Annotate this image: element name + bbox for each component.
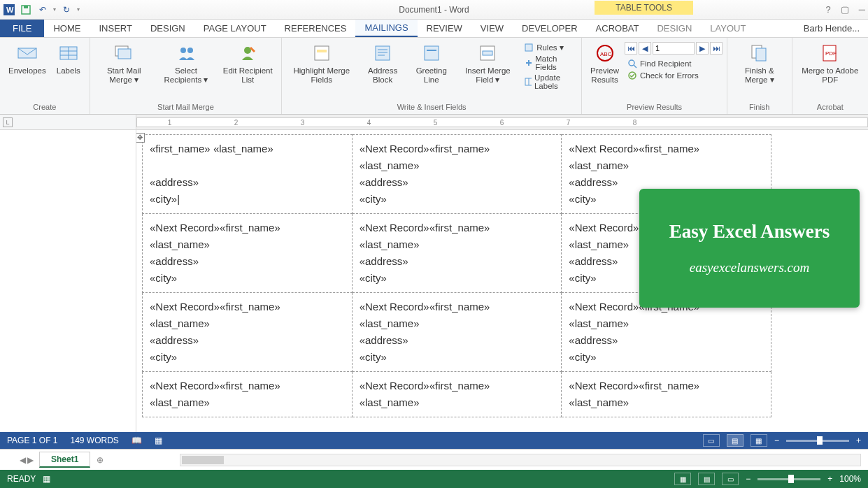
sheet-nav[interactable]: ◀▶: [14, 455, 39, 465]
tab-references[interactable]: REFERENCES: [276, 20, 356, 37]
svg-point-29: [629, 60, 634, 66]
zoom-slider[interactable]: [786, 440, 849, 442]
start-mail-merge-button[interactable]: Start Mail Merge ▾: [94, 41, 154, 86]
excel-page-break-button[interactable]: ▭: [722, 473, 739, 485]
find-recipient-button[interactable]: Find Recipient: [627, 58, 720, 69]
edit-recipient-list-button[interactable]: Edit Recipient List: [218, 41, 277, 86]
excel-page-layout-button[interactable]: ▤: [698, 473, 715, 485]
macro-record-icon[interactable]: ▦: [43, 474, 50, 484]
table-tools-label: TABLE TOOLS: [595, 1, 693, 15]
tab-page-layout[interactable]: PAGE LAYOUT: [194, 20, 276, 37]
highlight-merge-fields-button[interactable]: Highlight Merge Fields: [286, 41, 357, 86]
quick-access-toolbar: W ↶ ▾ ↻ ▾: [0, 3, 80, 16]
horizontal-ruler[interactable]: 12345678: [136, 115, 868, 129]
rules-button[interactable]: Rules ▾: [524, 42, 574, 53]
group-acrobat: PDFMerge to Adobe PDF Acrobat: [792, 38, 868, 114]
spell-check-icon[interactable]: 📖: [131, 436, 142, 445]
group-create: Envelopes Labels Create: [0, 38, 90, 114]
label-cell[interactable]: «Next Record»«first_name»«last_name»«add…: [352, 293, 562, 372]
sheet-prev-icon[interactable]: ◀: [20, 455, 26, 465]
excel-status-bar: READY ▦ ▦ ▤ ▭ − + 100%: [0, 470, 868, 488]
label-cell[interactable]: «Next Record»«first_name»«last_name»«add…: [352, 214, 562, 293]
label-cell[interactable]: «Next Record»«first_name»«last_name»«add…: [143, 293, 353, 372]
tab-view[interactable]: VIEW: [471, 20, 513, 37]
tab-selector[interactable]: L: [3, 117, 13, 127]
insert-merge-field-button[interactable]: Insert Merge Field ▾: [456, 41, 520, 86]
label-cell[interactable]: «Next Record»«first_name»«last_name»: [143, 372, 353, 417]
tab-file[interactable]: FILE: [0, 20, 44, 37]
ribbon-display-icon[interactable]: ▢: [841, 4, 849, 15]
excel-zoom-in-button[interactable]: +: [827, 474, 832, 484]
match-fields-button[interactable]: Match Fields: [524, 54, 574, 72]
svg-line-30: [634, 65, 636, 68]
new-sheet-button[interactable]: ⊕: [90, 452, 110, 468]
preview-results-button[interactable]: ABCPreview Results: [586, 41, 623, 86]
svg-rect-15: [317, 50, 327, 52]
tab-insert[interactable]: INSERT: [90, 20, 141, 37]
undo-icon[interactable]: ↶: [36, 3, 49, 16]
tab-table-design[interactable]: DESIGN: [648, 20, 701, 37]
labels-button[interactable]: Labels: [52, 41, 85, 77]
svg-rect-20: [425, 46, 439, 60]
help-icon[interactable]: ?: [826, 4, 831, 15]
zoom-out-button[interactable]: −: [774, 436, 779, 445]
print-layout-button[interactable]: ▤: [727, 434, 744, 447]
minimize-icon[interactable]: ─: [859, 4, 865, 15]
record-number-input[interactable]: [653, 42, 695, 55]
last-record-button[interactable]: ⏭: [710, 42, 723, 55]
next-record-button[interactable]: ▶: [696, 42, 709, 55]
svg-point-11: [180, 48, 186, 53]
tab-table-layout[interactable]: LAYOUT: [701, 20, 755, 37]
table-move-handle-icon[interactable]: ✥: [136, 133, 145, 143]
excel-normal-view-button[interactable]: ▦: [674, 473, 691, 485]
update-labels-button[interactable]: Update Labels: [524, 73, 574, 91]
tab-acrobat[interactable]: ACROBAT: [587, 20, 648, 37]
svg-rect-10: [118, 49, 131, 59]
undo-dropdown-icon[interactable]: ▾: [53, 6, 56, 13]
user-name[interactable]: Barb Hende...: [795, 20, 868, 37]
tab-mailings[interactable]: MAILINGS: [355, 20, 417, 37]
first-record-button[interactable]: ⏮: [625, 42, 637, 55]
excel-zoom-slider[interactable]: [757, 478, 820, 480]
check-errors-button[interactable]: Check for Errors: [627, 70, 720, 81]
excel-zoom-level[interactable]: 100%: [839, 474, 861, 484]
svg-rect-25: [525, 78, 532, 85]
web-layout-button[interactable]: ▦: [750, 434, 767, 447]
title-bar: W ↶ ▾ ↻ ▾ Document1 - Word TABLE TOOLS ?…: [0, 0, 868, 20]
tab-developer[interactable]: DEVELOPER: [513, 20, 586, 37]
envelopes-button[interactable]: Envelopes: [4, 41, 50, 77]
svg-rect-23: [483, 51, 492, 55]
prev-record-button[interactable]: ◀: [639, 42, 651, 55]
merge-to-pdf-button[interactable]: PDFMerge to Adobe PDF: [797, 41, 864, 86]
sheet-tab[interactable]: Sheet1: [39, 452, 90, 468]
ruler-row: L 12345678: [0, 115, 868, 130]
excel-mode[interactable]: READY: [7, 474, 36, 484]
word-count[interactable]: 149 WORDS: [70, 436, 118, 445]
select-recipients-button[interactable]: Select Recipients ▾: [155, 41, 218, 86]
vertical-ruler[interactable]: [0, 130, 136, 432]
qat-customize-icon[interactable]: ▾: [77, 6, 80, 13]
svg-rect-14: [315, 46, 329, 60]
label-cell[interactable]: «first_name» «last_name»«address»«city»: [143, 135, 353, 214]
redo-icon[interactable]: ↻: [60, 3, 73, 16]
read-mode-button[interactable]: ▭: [703, 434, 720, 447]
label-cell[interactable]: «Next Record»«first_name»«last_name»«add…: [352, 135, 562, 214]
watermark-title: Easy Excel Answers: [669, 221, 830, 243]
label-cell[interactable]: «Next Record»«first_name»«last_name»«add…: [143, 214, 353, 293]
macro-icon[interactable]: ▦: [155, 436, 162, 445]
label-cell[interactable]: «Next Record»«first_name»«last_name»: [352, 372, 562, 417]
tab-home[interactable]: HOME: [44, 20, 90, 37]
sheet-next-icon[interactable]: ▶: [27, 455, 34, 465]
greeting-line-button[interactable]: Greeting Line: [408, 41, 455, 86]
tab-review[interactable]: REVIEW: [418, 20, 471, 37]
zoom-in-button[interactable]: +: [856, 436, 861, 445]
excel-horizontal-scrollbar[interactable]: [180, 454, 861, 466]
address-block-button[interactable]: Address Block: [358, 41, 406, 86]
svg-rect-24: [525, 44, 532, 51]
tab-design[interactable]: DESIGN: [141, 20, 194, 37]
excel-zoom-out-button[interactable]: −: [746, 474, 750, 484]
finish-merge-button[interactable]: Finish & Merge ▾: [732, 41, 788, 86]
page-indicator[interactable]: PAGE 1 OF 1: [7, 436, 57, 445]
save-icon[interactable]: [20, 3, 32, 16]
label-cell[interactable]: «Next Record»«first_name»«last_name»: [562, 372, 771, 417]
